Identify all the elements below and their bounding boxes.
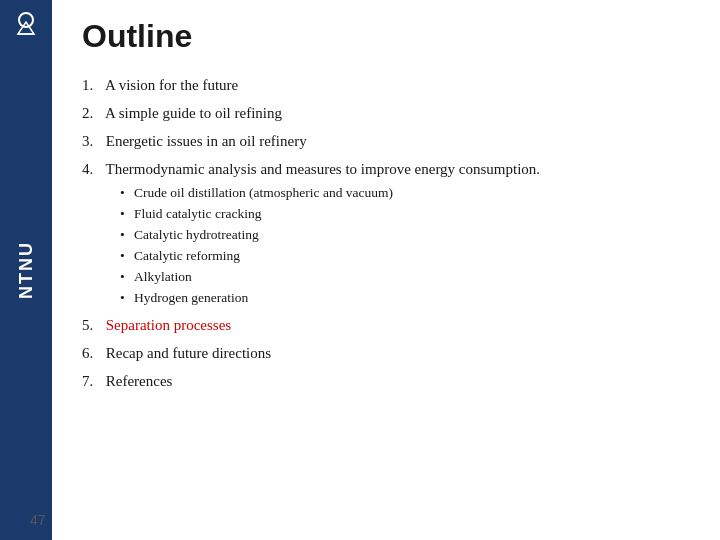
sub-item-text: Crude oil distillation (atmospheric and … <box>134 185 393 200</box>
sub-item-text: Catalytic hydrotreating <box>134 227 259 242</box>
outline-list: 1. A vision for the future 2. A simple g… <box>82 73 690 393</box>
list-item: 7. References <box>82 369 690 393</box>
item-text: Thermodynamic analysis and measures to i… <box>105 161 540 177</box>
item-text: Recap and future directions <box>106 345 271 361</box>
item-num: 6. <box>82 341 102 365</box>
page-number: 47 <box>30 512 46 528</box>
sub-item-text: Fluid catalytic cracking <box>134 206 261 221</box>
item-text: Energetic issues in an oil refinery <box>106 133 307 149</box>
item-num: 4. <box>82 157 102 181</box>
list-item: 4. Thermodynamic analysis and measures t… <box>82 157 690 309</box>
sub-bullet-item: Catalytic reforming <box>118 246 690 267</box>
sub-item-text: Alkylation <box>134 269 192 284</box>
list-item: 3. Energetic issues in an oil refinery <box>82 129 690 153</box>
left-sidebar: NTNU <box>0 0 52 540</box>
item-text: References <box>106 373 173 389</box>
item-num: 7. <box>82 369 102 393</box>
item-num: 2. <box>82 101 102 125</box>
item-num: 3. <box>82 129 102 153</box>
sub-bullet-list: Crude oil distillation (atmospheric and … <box>118 183 690 309</box>
main-content: Outline 1. A vision for the future 2. A … <box>52 0 720 540</box>
item-text: Separation processes <box>106 317 231 333</box>
brand-label: NTNU <box>16 241 37 299</box>
list-item: 2. A simple guide to oil refining <box>82 101 690 125</box>
item-num: 5. <box>82 313 102 337</box>
logo-area <box>8 8 44 44</box>
sub-bullet-item: Fluid catalytic cracking <box>118 204 690 225</box>
list-item: 5. Separation processes <box>82 313 690 337</box>
list-item: 1. A vision for the future <box>82 73 690 97</box>
sub-bullet-item: Crude oil distillation (atmospheric and … <box>118 183 690 204</box>
sub-bullet-item: Catalytic hydrotreating <box>118 225 690 246</box>
sub-bullet-item: Alkylation <box>118 267 690 288</box>
item-text: A vision for the future <box>105 77 238 93</box>
sub-item-text: Hydrogen generation <box>134 290 248 305</box>
item-num: 1. <box>82 73 102 97</box>
sub-bullet-item: Hydrogen generation <box>118 288 690 309</box>
page-title: Outline <box>82 18 690 55</box>
sub-item-text: Catalytic reforming <box>134 248 240 263</box>
list-item: 6. Recap and future directions <box>82 341 690 365</box>
item-text: A simple guide to oil refining <box>105 105 282 121</box>
